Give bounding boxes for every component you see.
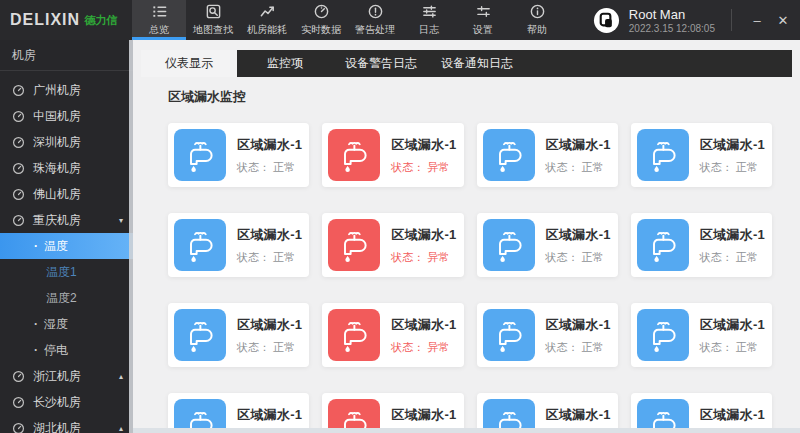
device-card[interactable]: 区域漏水-1 状态： 正常 xyxy=(477,213,618,277)
gauge-icon xyxy=(12,422,25,433)
logs-icon xyxy=(421,3,438,20)
top-nav-item-设置[interactable]: 设置 xyxy=(456,0,510,40)
sidebar-item-温度2[interactable]: 温度2 xyxy=(0,285,133,311)
realtime-gauge-icon xyxy=(313,3,330,20)
device-card[interactable]: 区域漏水-1 状态： 异常 xyxy=(322,123,463,187)
sidebar-item-珠海机房[interactable]: 珠海机房 xyxy=(0,155,133,181)
sidebar-item-湖北机房[interactable]: 湖北机房▴ xyxy=(0,415,133,433)
expand-arrow-icon: ▴ xyxy=(119,424,123,433)
sidebar-item-温度1[interactable]: 温度1 xyxy=(0,259,133,285)
faucet-icon xyxy=(328,129,380,181)
gauge-icon xyxy=(12,188,25,201)
sidebar-item-温度[interactable]: ·温度 xyxy=(0,233,133,259)
sidebar-list: 广州机房中国机房深圳机房珠海机房佛山机房重庆机房▾·温度温度1温度2·湿度·停电… xyxy=(0,71,133,433)
top-nav-item-地图查找[interactable]: 地图查找 xyxy=(186,0,240,40)
device-name: 区域漏水-1 xyxy=(700,227,765,242)
top-nav-item-实时数据[interactable]: 实时数据 xyxy=(294,0,348,40)
device-status: 状态： 异常 xyxy=(391,160,456,175)
top-nav-label: 机房能耗 xyxy=(247,23,287,37)
device-name: 区域漏水-1 xyxy=(237,227,302,242)
gauge-icon xyxy=(12,370,25,383)
tab-设备通知日志[interactable]: 设备通知日志 xyxy=(429,50,525,77)
device-status: 状态： 正常 xyxy=(546,340,611,355)
device-name: 区域漏水-1 xyxy=(391,407,456,422)
sidebar-item-长沙机房[interactable]: 长沙机房 xyxy=(0,389,133,415)
top-nav-item-日志[interactable]: 日志 xyxy=(402,0,456,40)
device-card[interactable]: 区域漏水-1 状态： 正常 xyxy=(168,123,309,187)
top-nav-label: 帮助 xyxy=(527,23,547,37)
sidebar-title: 机房 xyxy=(0,40,133,71)
device-name: 区域漏水-1 xyxy=(700,137,765,152)
gauge-icon xyxy=(12,162,25,175)
user-name: Root Man xyxy=(629,7,715,22)
device-name: 区域漏水-1 xyxy=(237,137,302,152)
faucet-icon xyxy=(483,219,535,271)
tab-设备警告日志[interactable]: 设备警告日志 xyxy=(333,50,429,77)
device-status: 状态： 正常 xyxy=(700,160,765,175)
device-card[interactable]: 区域漏水-1 状态： 正常 xyxy=(477,303,618,367)
gauge-icon xyxy=(12,110,25,123)
device-name: 区域漏水-1 xyxy=(546,137,611,152)
device-card[interactable]: 区域漏水-1 状态： 正常 xyxy=(168,303,309,367)
faucet-icon xyxy=(483,309,535,361)
device-card[interactable]: 区域漏水-1 状态： 异常 xyxy=(322,213,463,277)
device-status: 状态： 异常 xyxy=(391,250,456,265)
datetime: 2022.3.15 12:08:05 xyxy=(629,23,715,34)
top-bar: DELIXIN 德力信 总览 地图查找 机房能耗 实时数据 警告处理 日志 设置… xyxy=(0,0,800,40)
sidebar-item-中国机房[interactable]: 中国机房 xyxy=(0,103,133,129)
device-card[interactable]: 区域漏水-1 状态： 正常 xyxy=(168,393,309,433)
minimize-button[interactable]: – xyxy=(744,0,770,40)
top-nav-item-总览[interactable]: 总览 xyxy=(132,0,186,40)
device-status: 状态： 正常 xyxy=(700,250,765,265)
horizontal-scrollbar[interactable] xyxy=(133,428,800,433)
brand-name-cn: 德力信 xyxy=(84,13,117,28)
device-status: 状态： 异常 xyxy=(391,340,456,355)
device-card[interactable]: 区域漏水-1 状态： 异常 xyxy=(322,393,463,433)
device-status: 状态： 正常 xyxy=(546,160,611,175)
device-status: 状态： 正常 xyxy=(546,250,611,265)
brand-name: DELIXIN xyxy=(10,11,80,29)
faucet-icon xyxy=(174,309,226,361)
expand-arrow-icon: ▾ xyxy=(119,216,123,225)
help-icon xyxy=(529,3,546,20)
top-nav-item-机房能耗[interactable]: 机房能耗 xyxy=(240,0,294,40)
device-card[interactable]: 区域漏水-1 状态： 正常 xyxy=(631,213,772,277)
list-icon xyxy=(151,3,168,20)
device-card[interactable]: 区域漏水-1 状态： 正常 xyxy=(168,213,309,277)
sidebar-item-停电[interactable]: ·停电 xyxy=(0,337,133,363)
alert-icon xyxy=(367,3,384,20)
sidebar-item-重庆机房[interactable]: 重庆机房▾ xyxy=(0,207,133,233)
device-card[interactable]: 区域漏水-1 状态： 正常 xyxy=(477,123,618,187)
tab-bar: 仪表显示 监控项 设备警告日志 设备通知日志 xyxy=(141,50,792,77)
top-nav-item-帮助[interactable]: 帮助 xyxy=(510,0,564,40)
map-search-icon xyxy=(205,3,222,20)
tab-监控项[interactable]: 监控项 xyxy=(237,50,333,77)
device-card-grid: 区域漏水-1 状态： 正常 区域漏水-1 状态： 异常 xyxy=(168,123,772,433)
top-nav-item-警告处理[interactable]: 警告处理 xyxy=(348,0,402,40)
device-name: 区域漏水-1 xyxy=(391,137,456,152)
brand-logo: DELIXIN 德力信 xyxy=(0,0,132,40)
device-name: 区域漏水-1 xyxy=(237,407,302,422)
device-card[interactable]: 区域漏水-1 状态： 正常 xyxy=(631,303,772,367)
tab-meter-display[interactable]: 仪表显示 xyxy=(141,50,237,77)
energy-chart-icon xyxy=(259,3,276,20)
close-button[interactable]: ✕ xyxy=(770,0,796,40)
settings-icon xyxy=(475,3,492,20)
device-name: 区域漏水-1 xyxy=(391,317,456,332)
sidebar-item-湿度[interactable]: ·湿度 xyxy=(0,311,133,337)
sidebar-item-广州机房[interactable]: 广州机房 xyxy=(0,77,133,103)
user-menu[interactable]: Root Man 2022.3.15 12:08:05 xyxy=(593,0,715,40)
device-card[interactable]: 区域漏水-1 状态： 正常 xyxy=(631,123,772,187)
faucet-icon xyxy=(637,219,689,271)
app-window: DELIXIN 德力信 总览 地图查找 机房能耗 实时数据 警告处理 日志 设置… xyxy=(0,0,800,433)
top-nav-label: 地图查找 xyxy=(193,23,233,37)
device-card[interactable]: 区域漏水-1 状态： 正常 xyxy=(477,393,618,433)
sidebar-item-浙江机房[interactable]: 浙江机房▴ xyxy=(0,363,133,389)
user-avatar xyxy=(593,7,620,34)
sidebar-item-佛山机房[interactable]: 佛山机房 xyxy=(0,181,133,207)
device-name: 区域漏水-1 xyxy=(391,227,456,242)
device-card[interactable]: 区域漏水-1 状态： 正常 xyxy=(631,393,772,433)
device-card[interactable]: 区域漏水-1 状态： 异常 xyxy=(322,303,463,367)
sidebar-item-深圳机房[interactable]: 深圳机房 xyxy=(0,129,133,155)
top-nav-label: 日志 xyxy=(419,23,439,37)
